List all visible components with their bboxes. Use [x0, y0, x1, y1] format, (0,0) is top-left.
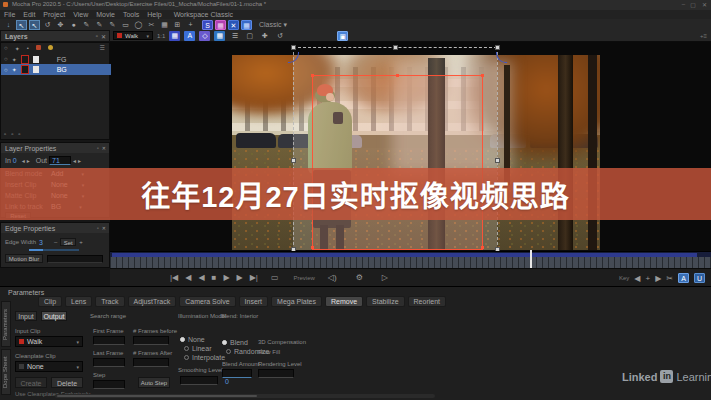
- illum-option-none[interactable]: None: [180, 336, 205, 343]
- magnetic-tool-icon[interactable]: ✎: [107, 20, 118, 30]
- first-frame-field[interactable]: [93, 336, 125, 345]
- in-spin-right-icon[interactable]: ▸: [27, 157, 30, 164]
- prev-frame-icon[interactable]: ◀: [185, 273, 191, 282]
- lasso-tool-icon[interactable]: ↺: [42, 20, 53, 30]
- next-keyframe-icon[interactable]: ▶: [655, 274, 661, 283]
- input-toggle-button[interactable]: Input: [15, 311, 37, 321]
- play-icon[interactable]: ▶: [223, 273, 229, 282]
- delete-layer-icon[interactable]: ▫: [18, 131, 20, 137]
- menu-file[interactable]: File: [4, 11, 15, 18]
- flow-fill-label[interactable]: Flow Fill: [258, 349, 280, 355]
- layer-name[interactable]: BG: [57, 66, 67, 73]
- selection-handle[interactable]: [291, 158, 296, 163]
- in-spin-left-icon[interactable]: ◂: [22, 157, 25, 164]
- panel-float-icon[interactable]: ▫: [97, 225, 99, 231]
- trim-icon[interactable]: ✂: [666, 274, 673, 283]
- minimize-button[interactable]: –: [682, 1, 685, 7]
- in-value[interactable]: 0: [13, 157, 17, 164]
- frames-before-field[interactable]: [133, 336, 169, 345]
- tab-clip[interactable]: Clip: [38, 296, 62, 307]
- layers-grid-icon[interactable]: ▦: [159, 20, 170, 30]
- menu-help[interactable]: Help: [147, 11, 161, 18]
- panel-float-icon[interactable]: ▫: [96, 33, 98, 39]
- tab-stabilize[interactable]: Stabilize: [366, 296, 404, 307]
- flag-icon[interactable]: ▷: [382, 273, 388, 282]
- smoothing-level-field[interactable]: [180, 376, 218, 385]
- pan-tool-icon[interactable]: ✥: [55, 20, 66, 30]
- audio-icon[interactable]: ◁): [328, 273, 337, 282]
- stabilize-module-icon[interactable]: S: [202, 20, 213, 30]
- selection-handle[interactable]: [393, 45, 398, 50]
- auto-step-button[interactable]: Auto Step: [138, 377, 170, 388]
- gear-icon[interactable]: ✦: [12, 56, 17, 63]
- viewer-canvas[interactable]: [110, 42, 711, 286]
- view-alpha-icon[interactable]: A: [184, 31, 195, 41]
- layers-menu-icon[interactable]: ☰: [100, 44, 105, 51]
- illum-option-interpolate[interactable]: Interpolate: [184, 354, 225, 361]
- group-layer-icon[interactable]: ▫: [11, 131, 13, 137]
- motion-blur-field[interactable]: [47, 255, 103, 263]
- update-toggle-icon[interactable]: U: [694, 273, 705, 283]
- maximize-button[interactable]: ▢: [690, 1, 696, 8]
- viewer-clip-dropdown[interactable]: Walk ▾: [113, 31, 153, 40]
- xspline-tool-icon[interactable]: ✎: [81, 20, 92, 30]
- stop-icon[interactable]: ■: [212, 273, 217, 282]
- selection-handle[interactable]: [495, 158, 500, 163]
- grid-tool-icon[interactable]: ⊞: [172, 20, 183, 30]
- eye-icon[interactable]: ○: [4, 67, 8, 73]
- insert-module-icon[interactable]: ✕: [228, 20, 239, 30]
- add-keyframe-icon[interactable]: +: [645, 274, 650, 283]
- cut-tool-icon[interactable]: ✂: [146, 20, 157, 30]
- illum-option-linear[interactable]: Linear: [184, 345, 211, 352]
- layer-row-fg[interactable]: ○ ✦ FG: [1, 54, 111, 64]
- panel-close-icon[interactable]: ✕: [102, 145, 106, 151]
- remove-module-icon[interactable]: ▦: [215, 20, 226, 30]
- layer-row-bg[interactable]: ○ ✦ BG: [1, 64, 111, 75]
- tab-camera-solve[interactable]: Camera Solve: [179, 296, 235, 307]
- move-tool-icon[interactable]: +: [185, 20, 196, 30]
- save-icon[interactable]: ↓: [3, 20, 14, 30]
- last-frame-field[interactable]: [93, 358, 125, 367]
- menu-edit[interactable]: Edit: [23, 11, 35, 18]
- blend-option-blend[interactable]: Blend: [222, 339, 248, 346]
- 3d-compensation-label[interactable]: 3D Compensation: [258, 339, 306, 345]
- selection-handle[interactable]: [495, 45, 500, 50]
- gear-icon[interactable]: ✦: [12, 66, 17, 73]
- rect-tool-icon[interactable]: ▭: [120, 20, 131, 30]
- playhead[interactable]: [530, 250, 532, 268]
- edge-width-value[interactable]: 3: [39, 239, 43, 246]
- play-reverse-icon[interactable]: ◀: [198, 273, 204, 282]
- new-layer-icon[interactable]: ▫: [4, 131, 6, 137]
- spline-point[interactable]: [311, 246, 314, 249]
- spline-point[interactable]: [311, 74, 314, 77]
- frame-range-icon[interactable]: ▭: [271, 273, 279, 282]
- view-spline-icon[interactable]: ◇: [199, 31, 210, 41]
- edge-minus-icon[interactable]: –: [54, 239, 57, 245]
- viewer-toolbar-extra-icon[interactable]: +≡: [700, 33, 707, 39]
- tab-insert[interactable]: Insert: [239, 296, 269, 307]
- tab-remove[interactable]: Remove: [325, 296, 363, 307]
- parameters-scrollbar[interactable]: [55, 394, 435, 398]
- close-button[interactable]: ✕: [702, 1, 707, 8]
- view-matte-icon[interactable]: ▦: [214, 31, 225, 41]
- prev-keyframe-icon[interactable]: ◀: [634, 274, 640, 283]
- output-toggle-button[interactable]: Output: [41, 311, 67, 321]
- panel-close-icon[interactable]: ✕: [101, 33, 106, 40]
- tab-mega-plates[interactable]: Mega Plates: [271, 296, 322, 307]
- zoom-tool-icon[interactable]: ●: [68, 20, 79, 30]
- panel-float-icon[interactable]: ▫: [97, 145, 99, 151]
- first-frame-icon[interactable]: |◀: [170, 273, 178, 282]
- cleanplate-clip-dropdown[interactable]: None ▾: [15, 361, 83, 372]
- panel-close-icon[interactable]: ✕: [102, 225, 106, 231]
- spline-point[interactable]: [481, 74, 484, 77]
- tab-adjusttrack[interactable]: AdjustTrack: [128, 296, 177, 307]
- select-tool-icon[interactable]: ↖: [16, 20, 27, 30]
- edge-plus-icon[interactable]: +: [79, 239, 83, 245]
- create-cleanplate-button[interactable]: Create: [15, 377, 47, 388]
- tab-lens[interactable]: Lens: [65, 296, 92, 307]
- next-frame-icon[interactable]: ▶: [237, 273, 243, 282]
- side-tab-dope-sheet[interactable]: Dope Sheet: [1, 349, 11, 395]
- rendering-level-field[interactable]: [258, 369, 294, 378]
- layer-name[interactable]: FG: [57, 56, 67, 63]
- last-frame-icon[interactable]: ▶|: [250, 273, 258, 282]
